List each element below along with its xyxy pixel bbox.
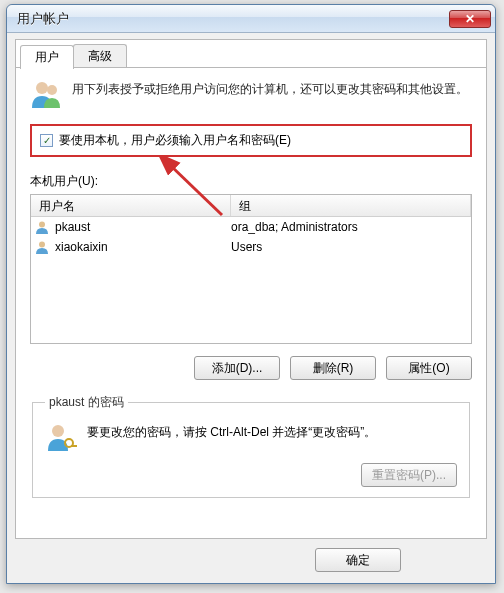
- close-button[interactable]: ✕: [449, 10, 491, 28]
- close-icon: ✕: [465, 13, 475, 25]
- checkmark-icon: ✓: [43, 135, 51, 146]
- users-icon: [30, 78, 62, 110]
- users-list[interactable]: 用户名 组 pkaust ora_dba; Administrators: [30, 194, 472, 344]
- svg-point-2: [39, 222, 45, 228]
- user-icon: [35, 220, 53, 234]
- user-icon: [35, 240, 53, 254]
- require-login-checkbox[interactable]: ✓: [40, 134, 53, 147]
- password-text: 要更改您的密码，请按 Ctrl-Alt-Del 并选择“更改密码”。: [87, 421, 457, 441]
- user-accounts-dialog: 用户帐户 ✕ 用户 高级: [6, 4, 496, 584]
- key-user-icon: [45, 421, 77, 453]
- users-section-label: 本机用户(U):: [30, 173, 472, 190]
- tab-panel-users: 用下列表授予或拒绝用户访问您的计算机，还可以更改其密码和其他设置。 ✓ 要使用本…: [16, 68, 486, 512]
- user-name: pkaust: [53, 220, 231, 234]
- add-button[interactable]: 添加(D)...: [194, 356, 280, 380]
- client-area: 用户 高级 用下列表授予或拒绝用户访问您的计算机，还可以更改其密码和其他设置。: [15, 39, 487, 539]
- svg-point-3: [39, 242, 45, 248]
- properties-button[interactable]: 属性(O): [386, 356, 472, 380]
- list-body: pkaust ora_dba; Administrators xiaokaixi…: [31, 217, 471, 257]
- reset-password-button[interactable]: 重置密码(P)...: [361, 463, 457, 487]
- remove-button[interactable]: 删除(R): [290, 356, 376, 380]
- list-item[interactable]: xiaokaixin Users: [31, 237, 471, 257]
- titlebar[interactable]: 用户帐户 ✕: [7, 5, 495, 33]
- column-header-group[interactable]: 组: [231, 195, 471, 216]
- password-group: pkaust 的密码 要更改您的密码，请按 Ctrl-Alt-Del 并选择“更…: [32, 394, 470, 498]
- svg-point-0: [36, 82, 48, 94]
- tab-label: 用户: [35, 50, 59, 64]
- list-item[interactable]: pkaust ora_dba; Administrators: [31, 217, 471, 237]
- tab-label: 高级: [88, 49, 112, 63]
- tab-users[interactable]: 用户: [20, 45, 74, 69]
- tab-strip: 用户 高级: [16, 40, 486, 68]
- require-login-label: 要使用本机，用户必须输入用户名和密码(E): [59, 132, 291, 149]
- window-title: 用户帐户: [17, 10, 449, 28]
- intro-row: 用下列表授予或拒绝用户访问您的计算机，还可以更改其密码和其他设置。: [30, 78, 472, 110]
- password-legend: pkaust 的密码: [45, 394, 128, 411]
- svg-rect-6: [71, 445, 77, 447]
- require-login-row: ✓ 要使用本机，用户必须输入用户名和密码(E): [30, 124, 472, 157]
- ok-button[interactable]: 确定: [315, 548, 401, 572]
- svg-point-4: [52, 425, 64, 437]
- list-header: 用户名 组: [31, 195, 471, 217]
- column-header-username[interactable]: 用户名: [31, 195, 231, 216]
- user-group: Users: [231, 240, 467, 254]
- tab-advanced[interactable]: 高级: [73, 44, 127, 67]
- dialog-buttons: 确定: [15, 545, 487, 575]
- svg-point-1: [47, 85, 57, 95]
- intro-text: 用下列表授予或拒绝用户访问您的计算机，还可以更改其密码和其他设置。: [72, 78, 472, 98]
- user-buttons-row: 添加(D)... 删除(R) 属性(O): [30, 356, 472, 380]
- user-name: xiaokaixin: [53, 240, 231, 254]
- user-group: ora_dba; Administrators: [231, 220, 467, 234]
